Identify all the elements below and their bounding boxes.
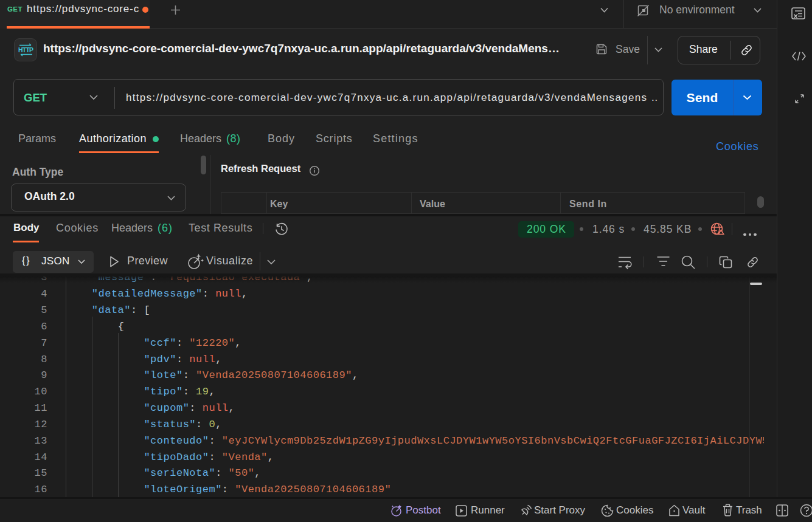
svg-text:HTTP: HTTP (18, 46, 33, 53)
